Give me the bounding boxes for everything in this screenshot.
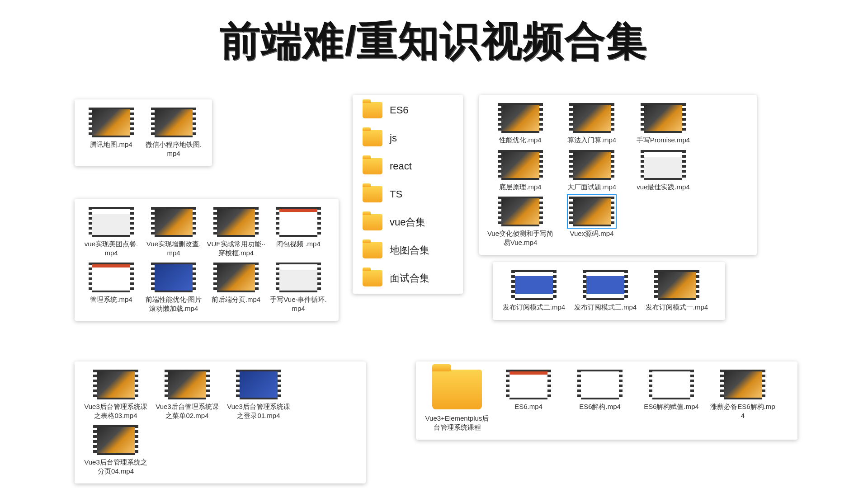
folder-icon [363, 130, 382, 146]
video-file[interactable]: 发布订阅模式三.mp4 [571, 270, 639, 312]
video-thumbnail [498, 197, 543, 226]
file-label: ES6解构.mp4 [579, 402, 621, 411]
panel-pubsub: 发布订阅模式二.mp4发布订阅模式三.mp4发布订阅模式一.mp4 [493, 262, 725, 320]
page-title: 前端难/重知识视频合集 [0, 14, 868, 69]
folder-icon [363, 214, 382, 230]
file-label: 管理系统.mp4 [90, 295, 132, 304]
video-thumbnail [498, 150, 543, 180]
video-thumbnail [569, 197, 614, 226]
file-label: 发布订阅模式二.mp4 [503, 303, 565, 312]
folder-label: js [390, 132, 397, 144]
video-file[interactable]: vue最佳实践.mp4 [629, 150, 697, 192]
panel-maps: 腾讯地图.mp4微信小程序地铁图.mp4 [75, 99, 212, 166]
video-thumbnail [583, 270, 628, 300]
video-file[interactable]: 手写Promise.mp4 [629, 103, 697, 145]
video-file[interactable]: 涨薪必备ES6解构.mp4 [709, 370, 777, 432]
video-file[interactable]: Vue3后台管理系统课之菜单02.mp4 [153, 370, 221, 420]
video-thumbnail [165, 370, 210, 399]
file-label: 发布订阅模式三.mp4 [574, 303, 637, 312]
folder-item[interactable]: vue合集 [358, 212, 434, 232]
video-thumbnail [89, 207, 134, 237]
file-label: Vue3后台管理系统课之表格03.mp4 [82, 402, 150, 420]
folder-item[interactable]: 地图合集 [358, 240, 434, 260]
video-thumbnail [511, 270, 557, 300]
folder-item[interactable]: js [358, 128, 434, 148]
video-thumbnail [89, 263, 134, 292]
file-label: Vue3后台管理系统之分页04.mp4 [82, 458, 150, 475]
file-label: 微信小程序地铁图.mp4 [144, 140, 203, 158]
folder-label: TS [390, 188, 402, 200]
video-file[interactable]: 手写Vue-事件循环.mp4 [269, 263, 328, 313]
folder-icon [363, 242, 382, 258]
folder-label: react [390, 160, 412, 172]
video-thumbnail [89, 108, 134, 137]
video-thumbnail [93, 370, 138, 399]
file-label: Vue实现增删改查.mp4 [144, 239, 203, 257]
video-file[interactable]: ES6.mp4 [495, 370, 562, 432]
video-file[interactable]: 发布订阅模式一.mp4 [643, 270, 711, 312]
video-file[interactable]: 大厂面试题.mp4 [558, 150, 626, 192]
video-thumbnail [276, 263, 321, 292]
file-label: Vue3后台管理系统课之菜单02.mp4 [153, 402, 221, 420]
file-label: VUE实战常用功能··穿梭框.mp4 [207, 239, 265, 257]
folder-icon [363, 186, 382, 202]
video-thumbnail [649, 370, 694, 399]
video-file[interactable]: vue实现美团点餐.mp4 [82, 207, 141, 257]
video-thumbnail [569, 150, 614, 180]
file-label: 腾讯地图.mp4 [90, 140, 132, 149]
video-file[interactable]: 算法入门算.mp4 [558, 103, 626, 145]
video-file[interactable]: 腾讯地图.mp4 [82, 108, 141, 158]
folder-icon [432, 370, 482, 409]
video-thumbnail [151, 263, 196, 292]
video-file[interactable]: Vue3后台管理系统课之表格03.mp4 [82, 370, 150, 420]
folder-item[interactable]: 面试合集 [358, 268, 434, 288]
file-label: Vue变化侦测和手写简易Vue.mp4 [486, 229, 554, 247]
folder-icon [363, 158, 382, 174]
folder-item[interactable]: ES6 [358, 100, 434, 120]
file-label: 前后端分页.mp4 [212, 295, 260, 304]
video-file[interactable]: Vue3后台管理系统之分页04.mp4 [82, 425, 150, 475]
file-label: 大厂面试题.mp4 [567, 183, 616, 192]
video-thumbnail [577, 370, 623, 399]
video-file[interactable]: 闭包视频 .mp4 [269, 207, 328, 257]
video-file[interactable]: ES6解构.mp4 [566, 370, 634, 432]
folder-file[interactable]: Vue3+Elementplus后台管理系统课程 [423, 370, 491, 432]
folder-item[interactable]: react [358, 156, 434, 176]
video-file[interactable]: Vuex源码.mp4 [558, 197, 626, 247]
panel-vue3-admin: Vue3后台管理系统课之表格03.mp4Vue3后台管理系统课之菜单02.mp4… [75, 361, 366, 483]
video-file[interactable]: 微信小程序地铁图.mp4 [144, 108, 203, 158]
video-thumbnail [213, 207, 259, 237]
file-label: Vue3+Elementplus后台管理系统课程 [423, 414, 491, 432]
video-file[interactable]: Vue变化侦测和手写简易Vue.mp4 [486, 197, 554, 247]
video-file[interactable]: 底层原理.mp4 [486, 150, 554, 192]
file-label: vue实现美团点餐.mp4 [82, 239, 141, 257]
panel-vue-practice: vue实现美团点餐.mp4Vue实现增删改查.mp4VUE实战常用功能··穿梭框… [75, 199, 339, 321]
video-thumbnail [654, 270, 699, 300]
video-file[interactable]: 前后端分页.mp4 [207, 263, 265, 313]
file-label: 手写Promise.mp4 [637, 136, 690, 145]
panel-es6: Vue3+Elementplus后台管理系统课程ES6.mp4ES6解构.mp4… [416, 361, 797, 440]
folder-label: ES6 [390, 104, 409, 116]
file-label: Vue3后台管理系统课之登录01.mp4 [225, 402, 292, 420]
video-thumbnail [720, 370, 765, 399]
video-thumbnail [498, 103, 543, 133]
panel-folders: ES6jsreactTSvue合集地图合集面试合集 [353, 95, 463, 294]
file-label: 前端性能优化-图片滚动懒加载.mp4 [144, 295, 203, 313]
video-thumbnail [151, 207, 196, 237]
video-thumbnail [641, 103, 686, 133]
video-file[interactable]: Vue3后台管理系统课之登录01.mp4 [225, 370, 292, 420]
video-file[interactable]: 前端性能优化-图片滚动懒加载.mp4 [144, 263, 203, 313]
folder-item[interactable]: TS [358, 184, 434, 204]
video-file[interactable]: 管理系统.mp4 [82, 263, 141, 313]
file-label: 算法入门算.mp4 [567, 136, 616, 145]
video-file[interactable]: 性能优化.mp4 [486, 103, 554, 145]
folder-icon [363, 270, 382, 286]
video-file[interactable]: 发布订阅模式二.mp4 [500, 270, 568, 312]
video-file[interactable]: VUE实战常用功能··穿梭框.mp4 [207, 207, 265, 257]
panel-advanced: 性能优化.mp4算法入门算.mp4手写Promise.mp4底层原理.mp4大厂… [479, 95, 757, 255]
video-file[interactable]: Vue实现增删改查.mp4 [144, 207, 203, 257]
folder-label: 地图合集 [390, 244, 429, 257]
video-thumbnail [276, 207, 321, 237]
file-label: 涨薪必备ES6解构.mp4 [709, 402, 777, 420]
video-file[interactable]: ES6解构赋值.mp4 [637, 370, 705, 432]
